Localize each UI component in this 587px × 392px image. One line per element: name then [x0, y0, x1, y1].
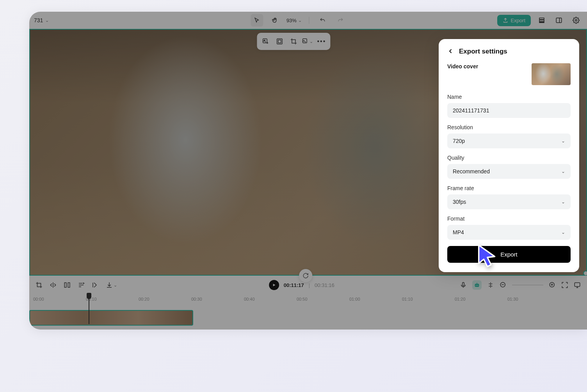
settings-icon[interactable]	[570, 14, 582, 27]
chevron-down-icon: ⌄	[561, 230, 565, 235]
ruler-tick: 01:20	[455, 297, 466, 301]
split-icon[interactable]	[64, 282, 71, 289]
chevron-down-icon: ⌄	[561, 169, 565, 174]
video-cover-label: Video cover	[447, 63, 478, 69]
replace-media-icon[interactable]: ⌄	[301, 35, 314, 48]
hand-tool[interactable]	[269, 14, 281, 27]
quality-label: Quality	[447, 155, 571, 161]
svg-rect-0	[539, 18, 544, 20]
zoom-value: 93%	[286, 18, 297, 23]
download-dropdown[interactable]: ⌄	[106, 282, 117, 289]
svg-rect-12	[68, 283, 70, 287]
time-separator: |	[309, 282, 310, 288]
undo-button[interactable]	[316, 14, 329, 27]
resolution-value: 720p	[453, 138, 465, 144]
framerate-value: 30fps	[453, 199, 466, 205]
align-icon[interactable]	[487, 282, 494, 289]
format-select[interactable]: MP4 ⌄	[447, 225, 571, 240]
timeline-tracks[interactable]	[29, 305, 587, 329]
crop-icon[interactable]	[287, 35, 300, 48]
svg-rect-9	[278, 40, 281, 43]
ruler-tick: 01:10	[402, 297, 413, 301]
svg-rect-3	[556, 18, 562, 23]
export-settings-panel: Export settings Video cover Name 2024111…	[439, 39, 579, 272]
export-button-top[interactable]: Export	[497, 15, 531, 26]
svg-rect-13	[462, 282, 464, 286]
resolution-label: Resolution	[447, 124, 571, 130]
crop-icon[interactable]	[36, 282, 43, 289]
refresh-button[interactable]	[299, 269, 312, 282]
floating-toolbar: ⌄ •••	[257, 33, 330, 50]
svg-rect-14	[475, 284, 479, 287]
export-button-label: Export	[511, 18, 525, 23]
name-input[interactable]: 202411171731	[447, 103, 571, 118]
ruler-tick: 00:00	[33, 297, 44, 301]
volume-icon[interactable]	[92, 282, 99, 289]
resolution-select[interactable]: 720p ⌄	[447, 134, 571, 148]
ruler-tick: 00:20	[139, 297, 149, 301]
svg-rect-19	[575, 283, 580, 287]
ruler-tick: 01:30	[507, 297, 518, 301]
svg-rect-8	[277, 39, 282, 44]
select-tool[interactable]	[251, 14, 263, 27]
panel-toggle-icon[interactable]	[553, 14, 565, 27]
chevron-down-icon: ⌄	[114, 283, 117, 288]
playhead[interactable]	[89, 293, 89, 324]
name-value: 202411171731	[453, 107, 489, 114]
quality-select[interactable]: Recommended ⌄	[447, 164, 571, 179]
fullscreen-icon[interactable]	[561, 282, 568, 289]
separator	[309, 17, 309, 24]
cursor-overlay-icon	[476, 243, 500, 270]
format-value: MP4	[453, 229, 464, 235]
name-label: Name	[447, 94, 571, 100]
ruler-tick: 01:00	[349, 297, 360, 301]
chevron-down-icon: ⌄	[561, 199, 565, 205]
ruler-tick: 00:40	[244, 297, 255, 301]
framerate-label: Frame rate	[447, 185, 571, 191]
redo-button[interactable]	[334, 14, 347, 27]
svg-point-16	[477, 285, 478, 286]
chevron-down-icon: ⌄	[310, 39, 313, 44]
zoom-in-icon[interactable]	[549, 282, 556, 289]
quality-value: Recommended	[453, 168, 490, 175]
ruler-tick: 00:30	[191, 297, 202, 301]
mic-icon[interactable]	[460, 282, 467, 289]
project-name-dropdown[interactable]: 731 ⌄	[34, 17, 49, 23]
add-media-icon[interactable]	[259, 35, 272, 48]
zoom-slider[interactable]	[512, 285, 543, 285]
play-button[interactable]	[269, 280, 279, 290]
framerate-select[interactable]: 30fps ⌄	[447, 194, 571, 209]
format-label: Format	[447, 216, 571, 222]
flip-icon[interactable]	[50, 282, 57, 289]
resize-handle[interactable]	[583, 271, 587, 276]
top-bar: 731 ⌄ 93% ⌄ Export	[29, 12, 587, 29]
back-button[interactable]	[447, 48, 454, 55]
svg-rect-11	[64, 283, 66, 287]
layers-icon[interactable]	[535, 14, 548, 27]
time-current: 00:11:17	[284, 282, 304, 288]
speed-icon[interactable]	[78, 282, 85, 289]
chevron-down-icon: ⌄	[45, 18, 49, 23]
chevron-down-icon: ⌄	[561, 138, 565, 144]
ruler-tick: 00:50	[297, 297, 308, 301]
export-submit-label: Export	[500, 251, 517, 258]
svg-point-15	[476, 285, 477, 286]
panel-title: Export settings	[459, 48, 507, 55]
timeline-ruler[interactable]: 00:00 00:10 00:20 00:30 00:40 00:50 01:0…	[29, 294, 587, 305]
video-clip[interactable]	[29, 310, 193, 326]
chevron-down-icon: ⌄	[298, 18, 302, 23]
time-total: 00:31:16	[315, 282, 334, 288]
export-submit-button[interactable]: Export	[447, 246, 571, 263]
zoom-out-icon[interactable]	[500, 282, 507, 289]
svg-rect-1	[539, 20, 544, 21]
svg-point-7	[264, 40, 265, 41]
zoom-dropdown[interactable]: 93% ⌄	[286, 18, 302, 23]
aspect-ratio-icon[interactable]	[273, 35, 286, 48]
video-cover-thumbnail[interactable]	[532, 63, 571, 85]
svg-rect-2	[539, 22, 544, 23]
present-icon[interactable]	[574, 282, 581, 289]
ai-icon[interactable]	[472, 280, 482, 290]
project-name-label: 731	[34, 17, 43, 23]
more-icon[interactable]: •••	[315, 35, 328, 48]
svg-point-5	[575, 20, 577, 21]
